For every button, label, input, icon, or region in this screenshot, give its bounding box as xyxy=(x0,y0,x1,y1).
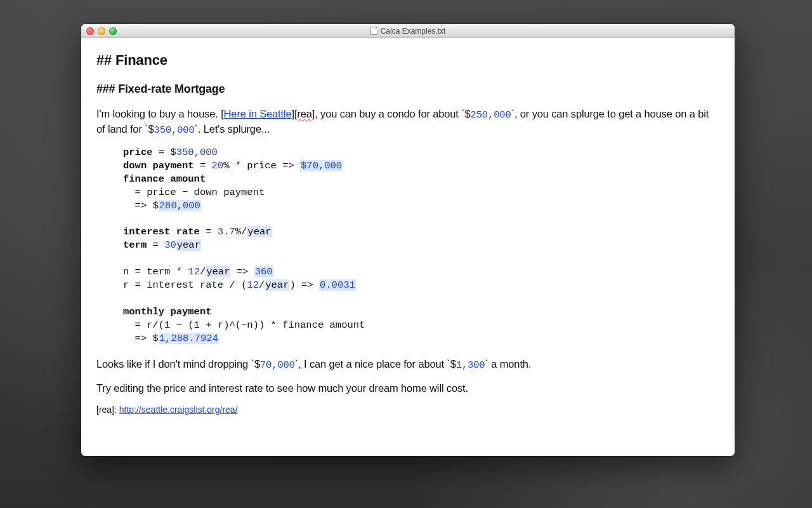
document-icon xyxy=(370,27,377,35)
r-result: 0.0031 xyxy=(319,279,356,291)
window-title-text: Calca Examples.txt xyxy=(381,27,446,36)
heading-mortgage: ### Fixed-rate Mortgage xyxy=(96,81,719,97)
instruction-paragraph: Try editing the price and interest rate … xyxy=(96,381,719,395)
app-window: Calca Examples.txt ## Finance ### Fixed-… xyxy=(81,24,735,456)
window-titlebar[interactable]: Calca Examples.txt xyxy=(81,24,735,38)
editor-content[interactable]: ## Finance ### Fixed-rate Mortgage I'm l… xyxy=(81,38,735,427)
intro-paragraph: I'm looking to buy a house. [Here in Sea… xyxy=(96,107,719,137)
rea-url[interactable]: http://seattle.craigslist.org/rea/ xyxy=(119,404,238,415)
zoom-icon[interactable] xyxy=(109,27,117,35)
heading-finance: ## Finance xyxy=(96,51,719,70)
house-price: 350,000 xyxy=(154,124,195,136)
seattle-link[interactable]: Here in Seattle xyxy=(224,108,292,119)
down-payment-result: $70,000 xyxy=(300,160,343,171)
minimize-icon[interactable] xyxy=(98,27,105,35)
ref-rea: rea xyxy=(297,108,311,119)
traffic-lights xyxy=(86,27,117,35)
monthly-payment-result: 1,288.7924 xyxy=(159,333,219,344)
n-result: 360 xyxy=(254,266,273,277)
finance-amount-result: 280,000 xyxy=(159,200,201,211)
condo-price: 250,000 xyxy=(471,109,511,121)
window-title: Calca Examples.txt xyxy=(81,27,735,36)
close-icon[interactable] xyxy=(86,27,94,35)
summary-paragraph: Looks like if I don't mind dropping `$70… xyxy=(96,357,719,372)
footnote-rea: [rea]: http://seattle.craigslist.org/rea… xyxy=(96,404,719,416)
calc-block[interactable]: price = $350,000 down payment = 20% * pr… xyxy=(123,146,719,345)
